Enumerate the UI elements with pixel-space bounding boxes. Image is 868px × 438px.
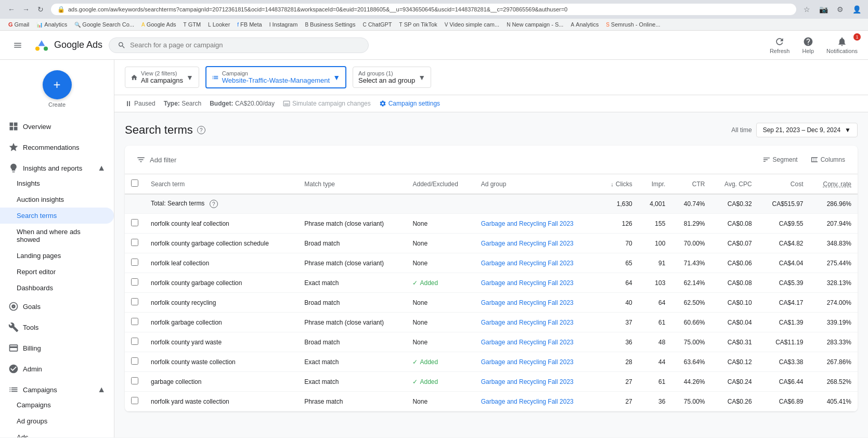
col-header-impr[interactable]: Impr.: [639, 174, 672, 194]
sidebar-section-campaigns[interactable]: Campaigns ▲: [0, 379, 114, 397]
sidebar-item-campaigns[interactable]: Campaigns: [0, 397, 114, 413]
ad-group-link[interactable]: Garbage and Recycling Fall 2023: [481, 260, 574, 267]
col-header-ctr[interactable]: CTR: [671, 174, 711, 194]
bookmark-business-settings[interactable]: B Business Settings: [302, 20, 358, 29]
tools-icon: [8, 322, 19, 332]
bookmark-tiktok[interactable]: T SP on TikTok: [396, 20, 441, 29]
bookmark-new-campaign[interactable]: N New campaign - S...: [503, 20, 566, 29]
bookmark-analytics2[interactable]: A Analytics: [567, 20, 602, 29]
row-checkbox[interactable]: [131, 357, 138, 365]
row-added-excluded: ✓ Added: [406, 372, 474, 392]
bookmark-looker[interactable]: L Looker: [205, 20, 233, 29]
row-checkbox[interactable]: [131, 318, 138, 325]
forward-button[interactable]: →: [20, 3, 32, 16]
sidebar-item-overview[interactable]: Overview: [0, 116, 114, 137]
ad-group-link[interactable]: Garbage and Recycling Fall 2023: [481, 319, 574, 326]
ad-group-link[interactable]: Garbage and Recycling Fall 2023: [481, 378, 574, 385]
row-ctr: 60.66%: [671, 313, 711, 332]
row-conv-rate: 339.19%: [810, 313, 858, 332]
segment-button[interactable]: Segment: [758, 152, 802, 167]
row-checkbox[interactable]: [131, 259, 138, 266]
col-header-cost[interactable]: Cost: [758, 174, 810, 194]
select-all-checkbox[interactable]: [131, 179, 138, 187]
sidebar-item-insights[interactable]: Insights: [0, 175, 114, 191]
ad-groups-filter-chevron-icon: ▼: [418, 73, 425, 82]
col-header-conv-rate[interactable]: Conv. rate: [810, 174, 858, 194]
table-row: garbage collection Exact match ✓ Added G…: [125, 372, 858, 392]
sidebar-item-report-editor[interactable]: Report editor: [0, 264, 114, 280]
sidebar-item-tools[interactable]: Tools: [0, 317, 114, 338]
sidebar-item-ads[interactable]: Ads: [0, 429, 114, 437]
row-checkbox[interactable]: [131, 219, 138, 226]
ad-group-link[interactable]: Garbage and Recycling Fall 2023: [481, 279, 574, 287]
sidebar-item-dashboards[interactable]: Dashboards: [0, 280, 114, 296]
screenshot-button[interactable]: 📷: [817, 3, 830, 16]
bookmark-video[interactable]: V Video simple cam...: [442, 20, 502, 29]
date-range-button[interactable]: Sep 21, 2023 – Dec 9, 2024 ▼: [756, 123, 858, 137]
ad-group-link[interactable]: Garbage and Recycling Fall 2023: [481, 299, 574, 306]
bookmark-search-console[interactable]: 🔍 Google Search Co...: [71, 20, 137, 29]
sidebar-item-recommendations[interactable]: Recommendations: [0, 137, 114, 158]
campaign-settings-link[interactable]: Campaign settings: [379, 100, 440, 107]
bookmark-gmail[interactable]: G Gmail: [5, 20, 32, 29]
bookmark-fb-meta[interactable]: f FB Meta: [234, 20, 265, 29]
extensions-button[interactable]: ⚙: [834, 3, 846, 16]
ad-group-link[interactable]: Garbage and Recycling Fall 2023: [481, 240, 574, 247]
campaign-filter-dropdown[interactable]: Campaign Website-Traffic-Waste-Managemen…: [205, 66, 346, 88]
profile-button[interactable]: 👤: [850, 3, 863, 16]
ad-groups-filter-dropdown[interactable]: Ad groups (1) Select an ad group ▼: [353, 67, 431, 88]
bookmark-instagram[interactable]: I Instagram: [266, 20, 301, 29]
bookmark-analytics[interactable]: 📊 Analytics: [33, 20, 70, 29]
notifications-button[interactable]: 1 Notifications: [824, 34, 860, 56]
sidebar-item-when-where[interactable]: When and where ads showed: [0, 224, 114, 248]
row-checkbox[interactable]: [131, 397, 138, 404]
add-filter-button[interactable]: Add filter: [133, 152, 179, 168]
status-bar: ⏸ Paused Type: Search Budget: CA$20.00/d…: [114, 95, 868, 112]
row-checkbox[interactable]: [131, 338, 138, 345]
sidebar-item-billing[interactable]: Billing: [0, 338, 114, 358]
row-checkbox[interactable]: [131, 298, 138, 305]
ad-group-link[interactable]: Garbage and Recycling Fall 2023: [481, 358, 574, 366]
row-search-term: norfolk county recycling: [145, 293, 298, 313]
total-row-info-icon[interactable]: ?: [210, 200, 218, 208]
columns-button[interactable]: Columns: [806, 152, 849, 167]
row-ctr: 70.00%: [671, 234, 711, 253]
simulate-icon: [283, 100, 290, 107]
create-button[interactable]: +: [43, 70, 72, 99]
sidebar-section-insights[interactable]: Insights and reports ▲: [0, 158, 114, 175]
refresh-button[interactable]: Refresh: [768, 34, 792, 56]
help-button[interactable]: Help: [800, 34, 816, 56]
bookmark-semrush[interactable]: S Semrush - Online...: [603, 20, 663, 29]
sidebar-item-goals[interactable]: Goals: [0, 296, 114, 317]
main-search-bar[interactable]: [109, 37, 369, 53]
sidebar-item-admin[interactable]: Admin: [0, 358, 114, 379]
bookmark-chatgpt[interactable]: C ChatGPT: [359, 20, 395, 29]
reload-button[interactable]: ↻: [34, 3, 47, 16]
table-scroll-container[interactable]: Search term Match type Added/Excluded Ad…: [125, 174, 858, 411]
simulate-changes-btn[interactable]: Simulate campaign changes: [283, 100, 371, 107]
bookmark-gtm[interactable]: T GTM: [180, 20, 204, 29]
row-checkbox[interactable]: [131, 239, 138, 246]
view-filter-dropdown[interactable]: View (2 filters) All campaigns ▼: [125, 67, 199, 88]
search-input[interactable]: [130, 41, 360, 49]
row-checkbox[interactable]: [131, 278, 138, 286]
bookmark-button[interactable]: ☆: [800, 3, 813, 16]
row-clicks: 64: [599, 273, 639, 293]
sidebar-item-landing-pages[interactable]: Landing pages: [0, 248, 114, 264]
row-avg-cpc: CA$0.08: [711, 214, 758, 234]
page-title-info-icon[interactable]: ?: [197, 126, 205, 134]
bookmark-google-ads[interactable]: A Google Ads: [138, 20, 179, 29]
hamburger-menu-button[interactable]: [8, 36, 27, 55]
insights-icon: [8, 163, 19, 173]
sidebar-item-search-terms[interactable]: Search terms: [0, 208, 114, 224]
col-header-avg-cpc[interactable]: Avg. CPC: [711, 174, 758, 194]
sidebar-item-ad-groups[interactable]: Ad groups: [0, 413, 114, 429]
ad-group-link[interactable]: Garbage and Recycling Fall 2023: [481, 339, 574, 346]
sidebar-item-auction-insights[interactable]: Auction insights: [0, 191, 114, 208]
back-button[interactable]: ←: [5, 3, 18, 16]
ad-group-link[interactable]: Garbage and Recycling Fall 2023: [481, 398, 574, 405]
url-bar[interactable]: 🔒 ads.google.com/aw/keywords/searchterms…: [51, 4, 796, 15]
col-header-clicks[interactable]: ↓Clicks: [599, 174, 639, 194]
row-checkbox[interactable]: [131, 377, 138, 384]
ad-group-link[interactable]: Garbage and Recycling Fall 2023: [481, 220, 574, 227]
